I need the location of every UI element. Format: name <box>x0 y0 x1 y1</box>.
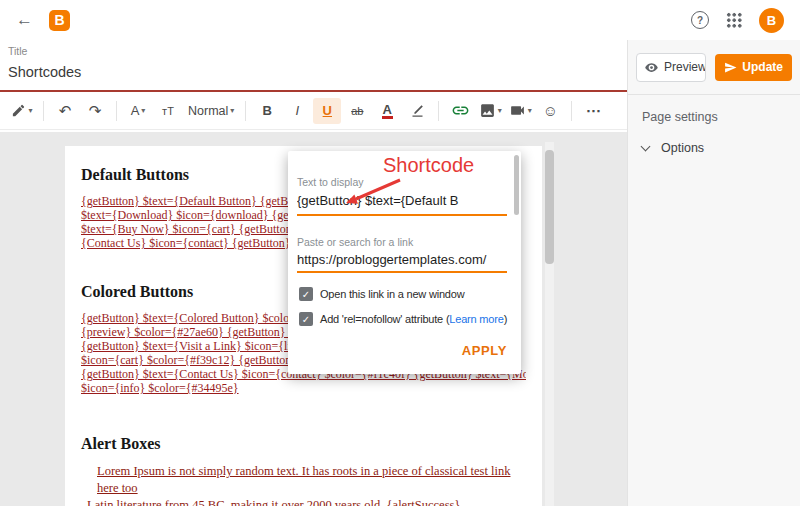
image-icon <box>479 102 496 119</box>
font-icon: A <box>131 103 140 118</box>
chevron-down-icon: ▾ <box>528 106 532 115</box>
update-button[interactable]: Update <box>715 54 792 81</box>
paragraph-line: Latin literature from 45 BC, making it o… <box>81 497 526 506</box>
font-size-button[interactable]: тT <box>154 98 182 124</box>
insert-link-button[interactable] <box>446 98 474 124</box>
nofollow-checkbox[interactable]: ✓ <box>299 312 313 326</box>
apply-button[interactable]: APPLY <box>462 343 507 358</box>
compose-mode-button[interactable]: ▾ <box>8 98 36 124</box>
underline-button[interactable]: U <box>313 98 341 124</box>
editor-toolbar: ▾ ↶ ↷ A▾ тT Normal▾ B I U ab A ▾ <box>0 92 627 130</box>
preview-button[interactable]: Preview ▾ <box>636 53 706 82</box>
text-color-button[interactable]: A <box>373 98 401 124</box>
preview-label: Preview <box>664 60 706 74</box>
update-label: Update <box>742 60 783 74</box>
highlighter-icon <box>410 103 425 118</box>
paragraph-style-label: Normal <box>188 104 228 118</box>
title-input[interactable]: Shortcodes <box>8 64 619 80</box>
page-settings-heading: Page settings <box>628 95 800 124</box>
separator <box>116 101 117 121</box>
text-color-icon: A <box>382 103 393 119</box>
input-underline <box>297 214 507 216</box>
new-window-row: ✓ Open this link in a new window <box>299 287 464 301</box>
topbar: ← B ? B <box>0 0 800 40</box>
chevron-down-icon: ▾ <box>141 106 145 115</box>
undo-button[interactable]: ↶ <box>51 98 79 124</box>
chevron-down-icon: ▾ <box>230 106 234 115</box>
nofollow-text: Add 'rel=nofollow' attribute ( <box>320 313 449 325</box>
new-window-checkbox[interactable]: ✓ <box>299 287 313 301</box>
separator <box>43 101 44 121</box>
settings-panel: Preview ▾ Update Page settings Options <box>627 40 800 506</box>
apps-grid-icon[interactable] <box>726 12 742 28</box>
shortcode-annotation: Shortcode <box>383 154 474 177</box>
doc-heading-alert-boxes: Alert Boxes <box>81 435 526 453</box>
separator <box>571 101 572 121</box>
bold-button[interactable]: B <box>253 98 281 124</box>
link-url-label: Paste or search for a link <box>297 236 413 248</box>
input-underline <box>297 271 507 273</box>
insert-video-button[interactable]: ▾ <box>506 98 534 124</box>
pencil-icon <box>11 103 26 118</box>
dialog-scrollbar-thumb[interactable] <box>514 155 519 215</box>
chevron-down-icon: ▾ <box>28 106 32 115</box>
video-icon <box>509 102 526 119</box>
insert-image-button[interactable]: ▾ <box>476 98 504 124</box>
redo-button[interactable]: ↷ <box>81 98 109 124</box>
strikethrough-button[interactable]: ab <box>343 98 371 124</box>
link-icon <box>451 101 470 120</box>
paragraph-line: Lorem Ipsum is not simply random text. I… <box>81 463 526 497</box>
link-url-input[interactable] <box>297 252 509 267</box>
new-window-label: Open this link in a new window <box>320 288 464 300</box>
actions-row: Preview ▾ Update <box>628 40 800 95</box>
annotation-arrow <box>336 175 410 209</box>
shortcode-line: $icon={info} $color={#34495e} <box>81 381 526 395</box>
eye-icon <box>644 60 659 75</box>
chevron-down-icon: ▾ <box>498 106 502 115</box>
emoji-button[interactable]: ☺ <box>536 98 564 124</box>
nofollow-text-suffix: ) <box>504 313 507 325</box>
chevron-down-icon <box>641 142 651 152</box>
more-options-button[interactable]: ⋯ <box>579 98 607 124</box>
font-button[interactable]: A▾ <box>124 98 152 124</box>
content-scrollbar-thumb[interactable] <box>545 150 554 264</box>
blogger-logo[interactable]: B <box>49 10 70 31</box>
title-area: Title Shortcodes <box>0 40 627 92</box>
learn-more-link[interactable]: Learn more <box>449 313 503 325</box>
blogger-editor: ← B ? B Title Shortcodes ▾ ↶ ↷ A▾ тT Nor… <box>0 0 800 506</box>
italic-button[interactable]: I <box>283 98 311 124</box>
help-icon[interactable]: ? <box>691 11 709 29</box>
separator <box>438 101 439 121</box>
separator <box>245 101 246 121</box>
send-icon <box>724 61 737 74</box>
paragraph-style-dropdown[interactable]: Normal▾ <box>184 98 238 124</box>
preview-main[interactable]: Preview <box>637 54 706 81</box>
options-label: Options <box>661 141 704 155</box>
options-toggle[interactable]: Options <box>628 124 800 155</box>
back-arrow-icon[interactable]: ← <box>16 10 33 30</box>
highlight-button[interactable] <box>403 98 431 124</box>
nofollow-row: ✓ Add 'rel=nofollow' attribute (Learn mo… <box>299 312 507 326</box>
profile-avatar[interactable]: B <box>759 8 784 33</box>
nofollow-label: Add 'rel=nofollow' attribute (Learn more… <box>320 313 507 325</box>
topbar-right: ? B <box>691 8 784 33</box>
title-label: Title <box>8 45 619 57</box>
